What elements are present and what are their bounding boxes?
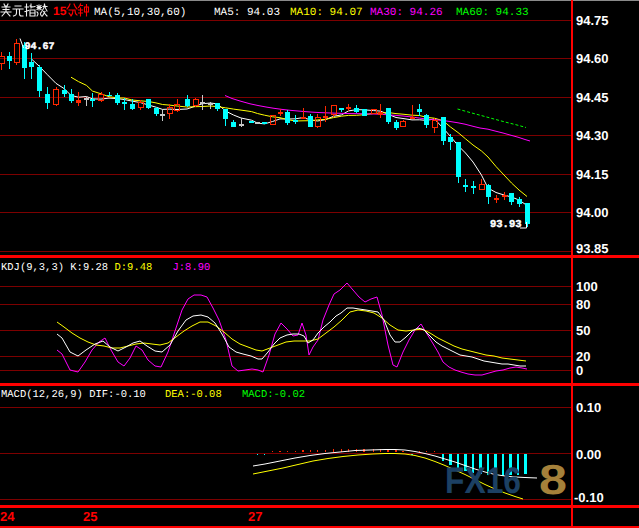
svg-text:93.93: 93.93 xyxy=(490,219,522,231)
svg-text:94.30: 94.30 xyxy=(576,128,609,143)
svg-text:25: 25 xyxy=(83,509,97,524)
svg-text:MA30: 94.26: MA30: 94.26 xyxy=(370,7,443,19)
svg-text:20: 20 xyxy=(576,349,590,364)
svg-text:100: 100 xyxy=(576,279,598,294)
svg-text:94.75: 94.75 xyxy=(576,13,609,28)
svg-text:-0.10: -0.10 xyxy=(574,490,604,505)
svg-text:94.60: 94.60 xyxy=(576,51,609,66)
svg-text:94.00: 94.00 xyxy=(576,205,609,220)
svg-text:93.85: 93.85 xyxy=(576,241,609,256)
svg-text:94.15: 94.15 xyxy=(576,167,609,182)
svg-text:FX16: FX16 xyxy=(445,460,521,501)
svg-text:MA5: 94.03: MA5: 94.03 xyxy=(214,7,280,19)
svg-text:KDJ(9,3,3) K:9.28: KDJ(9,3,3) K:9.28 xyxy=(1,262,108,274)
svg-text:94.45: 94.45 xyxy=(576,90,609,105)
svg-text:J:8.90: J:8.90 xyxy=(173,262,211,274)
svg-text:8: 8 xyxy=(539,456,567,503)
svg-text:80: 80 xyxy=(576,297,590,312)
svg-text:MACD:-0.02: MACD:-0.02 xyxy=(242,389,305,401)
svg-text:0.00: 0.00 xyxy=(576,447,601,462)
svg-text:MACD(12,26,9) DIF:-0.10: MACD(12,26,9) DIF:-0.10 xyxy=(1,389,146,401)
svg-text:DEA:-0.08: DEA:-0.08 xyxy=(165,389,222,401)
svg-text:0: 0 xyxy=(576,363,583,378)
svg-text:D:9.48: D:9.48 xyxy=(115,262,153,274)
svg-text:15: 15 xyxy=(53,4,67,18)
svg-text:MA60: 94.33: MA60: 94.33 xyxy=(456,7,529,19)
svg-text:MA(5,10,30,60): MA(5,10,30,60) xyxy=(94,7,186,19)
svg-text:24: 24 xyxy=(0,509,15,524)
svg-text:0.10: 0.10 xyxy=(576,400,601,415)
svg-text:MA10: 94.07: MA10: 94.07 xyxy=(290,7,363,19)
svg-text:94.67: 94.67 xyxy=(25,42,55,53)
svg-text:27: 27 xyxy=(248,509,262,524)
svg-text:50: 50 xyxy=(576,323,590,338)
